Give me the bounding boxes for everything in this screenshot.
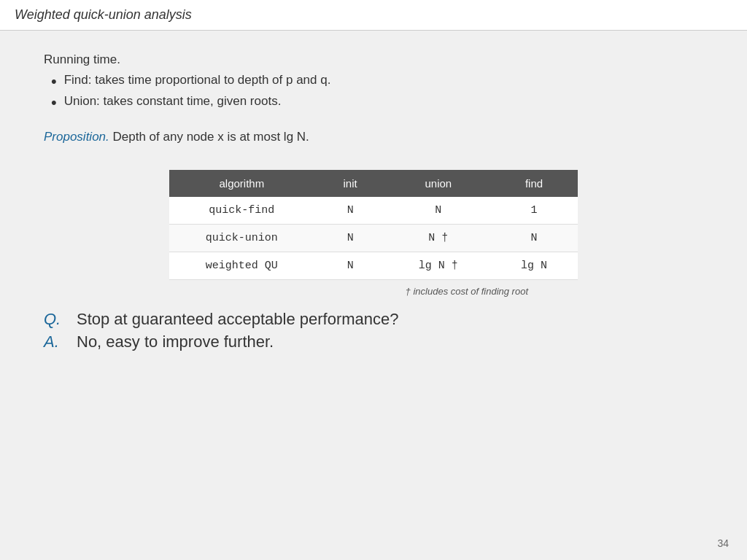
col-header-init: init [314,170,387,197]
list-item: • Find: takes time proportional to depth… [51,73,703,90]
cell-init-2: N [314,252,387,280]
col-header-union: union [387,170,490,197]
answer-text: No, easy to improve further. [77,332,274,351]
table-header-row: algorithm init union find [169,170,578,197]
page-title: Weighted quick-union analysis [15,7,192,22]
content-area: Running time. • Find: takes time proport… [0,31,747,377]
cell-find-0: 1 [490,197,578,225]
page-number: 34 [717,537,729,549]
question-label: Q. [44,310,69,329]
cell-union-0: N [387,197,490,225]
bullet-icon: • [51,73,57,90]
list-item: • Union: takes constant time, given root… [51,94,703,112]
cell-algorithm-1: quick-union [169,225,314,252]
table-row: quick-find N N 1 [169,197,578,225]
question-text: Stop at guaranteed acceptable performanc… [77,310,399,329]
running-time-header: Running time. [44,52,703,67]
cell-union-1: N † [387,225,490,252]
bullet-text-union: Union: takes constant time, given roots. [64,94,282,109]
proposition-line: Proposition. Depth of any node x is at m… [44,130,703,144]
qa-section: Q. Stop at guaranteed acceptable perform… [44,310,703,351]
cell-init-0: N [314,197,387,225]
bullet-icon: • [51,94,57,112]
cell-find-1: N [490,225,578,252]
comparison-table: algorithm init union find quick-find N N… [169,170,578,280]
title-bar: Weighted quick-union analysis [0,0,747,31]
bullet-list: • Find: takes time proportional to depth… [51,73,703,112]
proposition-label: Proposition. [44,130,109,144]
cell-init-1: N [314,225,387,252]
table-row: weighted QU N lg N † lg N [169,252,578,280]
cell-algorithm-0: quick-find [169,197,314,225]
qa-line-answer: A. No, easy to improve further. [44,332,703,351]
col-header-algorithm: algorithm [169,170,314,197]
cell-find-2: lg N [490,252,578,280]
table-row: quick-union N N † N [169,225,578,252]
proposition-body: Depth of any node x is at most lg N. [113,130,309,144]
table-wrapper: algorithm init union find quick-find N N… [44,170,703,280]
answer-label: A. [44,332,69,351]
slide: Weighted quick-union analysis Running ti… [0,0,747,560]
bullet-text-find: Find: takes time proportional to depth o… [64,73,331,88]
col-header-find: find [490,170,578,197]
qa-line-question: Q. Stop at guaranteed acceptable perform… [44,310,703,329]
footnote: † includes cost of finding root [44,286,703,297]
cell-union-2: lg N † [387,252,490,280]
cell-algorithm-2: weighted QU [169,252,314,280]
